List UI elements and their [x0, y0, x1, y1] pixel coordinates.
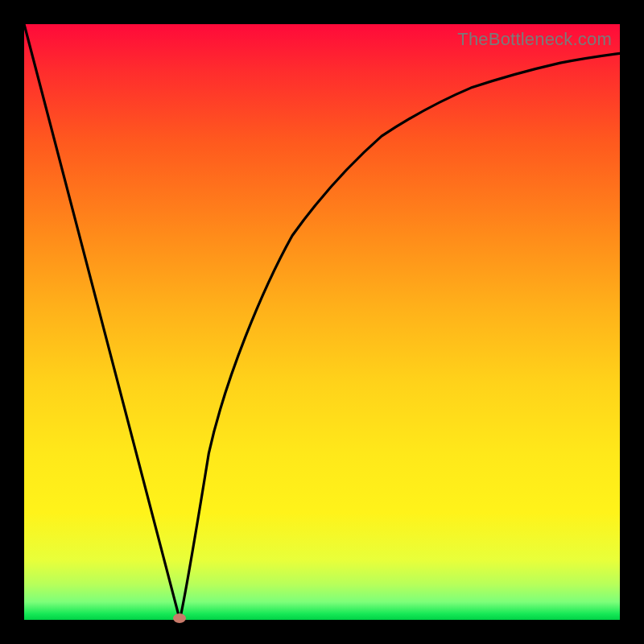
bottleneck-curve: [24, 24, 620, 620]
curve-path: [24, 24, 620, 620]
plot-area: TheBottleneck.com: [24, 24, 620, 620]
optimum-marker: [173, 613, 186, 623]
chart-frame: TheBottleneck.com: [0, 0, 644, 644]
